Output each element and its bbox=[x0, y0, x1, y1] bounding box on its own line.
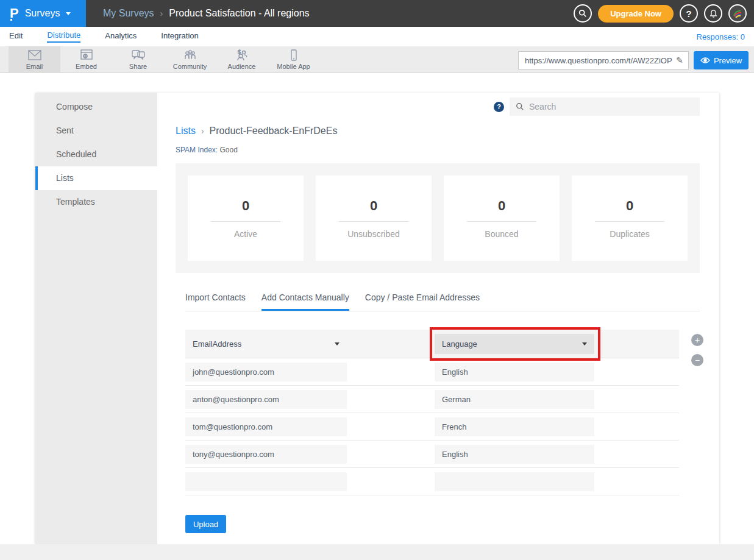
product-name: Surveys bbox=[25, 8, 60, 19]
sidebar-item-lists[interactable]: Lists bbox=[35, 166, 157, 190]
notifications-button[interactable] bbox=[704, 4, 722, 23]
help-icon[interactable]: ? bbox=[494, 102, 504, 112]
sidebar-item-compose[interactable]: Compose bbox=[35, 95, 157, 119]
contacts-tabs: Import Contacts Add Contacts Manually Co… bbox=[185, 292, 700, 311]
tab-add-contacts-manually[interactable]: Add Contacts Manually bbox=[261, 292, 349, 311]
breadcrumb: My Surveys › Product Satisfaction - All … bbox=[103, 8, 310, 19]
breadcrumb-my-surveys[interactable]: My Surveys bbox=[103, 8, 154, 19]
toolbar-item-share[interactable]: Share bbox=[112, 46, 164, 73]
sidebar-item-sent[interactable]: Sent bbox=[35, 119, 157, 143]
language-input[interactable] bbox=[435, 472, 594, 491]
toolbar-item-community[interactable]: Community bbox=[164, 46, 216, 73]
search-row: ? bbox=[176, 97, 700, 116]
add-row-button[interactable]: + bbox=[691, 334, 703, 346]
questionpro-logo: P bbox=[10, 7, 19, 20]
language-input[interactable] bbox=[435, 445, 594, 464]
breadcrumb-lists-link[interactable]: Lists bbox=[176, 126, 196, 136]
responses-count[interactable]: Responses: 0 bbox=[697, 32, 745, 41]
breadcrumb-separator: › bbox=[160, 9, 163, 18]
language-column-dropdown[interactable]: Language bbox=[435, 334, 594, 354]
table-row bbox=[185, 413, 679, 441]
header-actions: Upgrade Now ? bbox=[574, 4, 754, 23]
help-button[interactable]: ? bbox=[680, 4, 698, 23]
list-stats: 0 Active 0 Unsubscribed 0 Bounced 0 Dupl… bbox=[176, 163, 700, 273]
email-input[interactable] bbox=[185, 363, 347, 381]
survey-url-input[interactable] bbox=[519, 56, 676, 65]
spam-index: SPAM Index: Good bbox=[176, 146, 700, 154]
toolbar-item-embed[interactable]: Embed bbox=[60, 46, 112, 73]
page-footer-strip bbox=[0, 544, 754, 560]
preview-button[interactable]: Preview bbox=[694, 51, 749, 69]
contacts-table-header: EmailAddress Language bbox=[185, 330, 679, 358]
email-input[interactable] bbox=[185, 472, 347, 491]
stat-card-duplicates: 0 Duplicates bbox=[572, 175, 688, 261]
breadcrumb-separator: › bbox=[201, 126, 204, 136]
lists-content: ? Lists › Product-Feedback-EnFrDeEs SPAM… bbox=[157, 93, 719, 544]
chevron-down-icon bbox=[66, 12, 71, 15]
list-name: Product-Feedback-EnFrDeEs bbox=[210, 126, 338, 136]
survey-url-field bbox=[518, 51, 689, 69]
eye-icon bbox=[700, 57, 710, 64]
table-row bbox=[185, 386, 679, 413]
browser-gear-icon bbox=[79, 49, 94, 62]
contacts-table-wrap: EmailAddress Language bbox=[176, 330, 700, 495]
tab-copy-paste-email-addresses[interactable]: Copy / Paste Email Addresses bbox=[365, 292, 480, 311]
toolbar-item-mobile-app[interactable]: Mobile App bbox=[268, 46, 319, 73]
stat-card-bounced: 0 Bounced bbox=[444, 175, 560, 261]
email-input[interactable] bbox=[185, 445, 347, 464]
search-icon bbox=[516, 102, 524, 111]
search-icon bbox=[578, 9, 587, 18]
table-row bbox=[185, 441, 679, 468]
contacts-table: EmailAddress Language bbox=[185, 330, 679, 495]
stat-card-active: 0 Active bbox=[188, 175, 304, 261]
upgrade-now-button[interactable]: Upgrade Now bbox=[598, 5, 674, 23]
chat-bubbles-icon bbox=[130, 49, 146, 62]
table-row bbox=[185, 468, 679, 495]
top-header: P Surveys My Surveys › Product Satisfact… bbox=[0, 0, 754, 27]
surveys-product-menu[interactable]: P Surveys bbox=[0, 0, 86, 27]
smartphone-icon bbox=[286, 49, 302, 62]
people-group-icon bbox=[182, 49, 198, 62]
email-column-dropdown[interactable]: EmailAddress bbox=[185, 334, 347, 354]
envelope-icon bbox=[27, 49, 43, 62]
search-input[interactable] bbox=[529, 102, 694, 112]
language-input[interactable] bbox=[435, 417, 594, 436]
dollar-people-icon: $ bbox=[234, 49, 250, 62]
list-breadcrumb: Lists › Product-Feedback-EnFrDeEs bbox=[176, 126, 700, 136]
tab-analytics[interactable]: Analytics bbox=[105, 31, 137, 42]
search-button[interactable] bbox=[574, 4, 592, 23]
table-row bbox=[185, 358, 679, 386]
tab-distribute[interactable]: Distribute bbox=[47, 30, 80, 43]
email-lists-panel: Compose Sent Scheduled Lists Templates ?… bbox=[35, 93, 719, 544]
toolbar-item-email[interactable]: Email bbox=[9, 46, 60, 73]
email-input[interactable] bbox=[185, 417, 347, 436]
question-mark-icon: ? bbox=[686, 9, 691, 19]
avatar-rainbow-icon bbox=[731, 7, 744, 19]
list-search-box bbox=[510, 97, 700, 116]
bell-icon bbox=[709, 9, 718, 18]
chevron-down-icon bbox=[582, 342, 587, 346]
upload-button[interactable]: Upload bbox=[185, 515, 226, 533]
edit-url-pencil-icon[interactable] bbox=[676, 55, 688, 65]
language-input[interactable] bbox=[435, 390, 594, 409]
language-input[interactable] bbox=[435, 363, 594, 381]
email-input[interactable] bbox=[185, 390, 347, 409]
user-avatar[interactable] bbox=[728, 4, 747, 23]
sidebar-item-scheduled[interactable]: Scheduled bbox=[35, 143, 157, 166]
survey-title: Product Satisfaction - All regions bbox=[169, 8, 309, 19]
email-sidebar: Compose Sent Scheduled Lists Templates bbox=[35, 93, 157, 544]
tab-edit[interactable]: Edit bbox=[9, 31, 23, 42]
toolbar-item-audience[interactable]: $ Audience bbox=[216, 46, 268, 73]
remove-row-button[interactable]: − bbox=[691, 354, 703, 366]
tab-integration[interactable]: Integration bbox=[161, 31, 198, 42]
tab-import-contacts[interactable]: Import Contacts bbox=[185, 292, 246, 311]
chevron-down-icon bbox=[335, 342, 340, 346]
stat-card-unsubscribed: 0 Unsubscribed bbox=[316, 175, 432, 261]
sidebar-item-templates[interactable]: Templates bbox=[35, 190, 157, 214]
survey-nav: Edit Distribute Analytics Integration Re… bbox=[0, 27, 754, 46]
